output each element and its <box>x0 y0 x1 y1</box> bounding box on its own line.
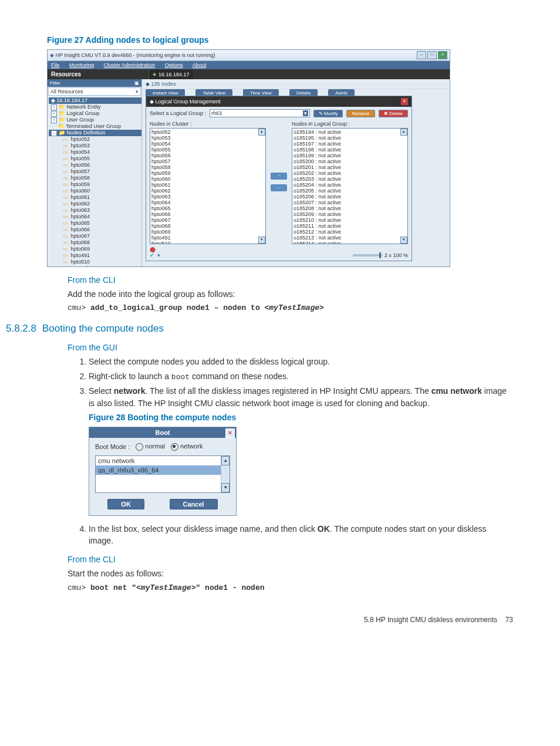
tree-user-group[interactable]: +📁 User Group <box>49 117 141 123</box>
list-item[interactable]: o185200 : not active <box>294 158 406 164</box>
tree-root[interactable]: ◆ 16.16.184.17 <box>49 97 141 104</box>
tree-node[interactable]: ▭ hpto058 <box>49 175 141 181</box>
tree-node[interactable]: ▭ moonshot <box>49 265 141 266</box>
tree-node[interactable]: ▭ hpto064 <box>49 214 141 220</box>
list-item[interactable]: o185206 : not active <box>294 194 406 200</box>
tree-node[interactable]: ▭ hpto060 <box>49 188 141 194</box>
list-item[interactable]: hpto061 <box>151 182 264 188</box>
delete-button[interactable]: ✖ Delete <box>379 110 408 117</box>
list-item[interactable]: o185214 : not active <box>294 241 406 244</box>
list-item[interactable]: hpto059 <box>151 170 264 176</box>
list-item[interactable]: hpto063 <box>151 194 264 200</box>
list-item[interactable]: o185208 : not active <box>294 205 406 211</box>
tree-node[interactable]: ▭ hpto057 <box>49 168 141 175</box>
lgm-group-dropdown[interactable]: rh63▾ <box>210 109 310 117</box>
tag-icon[interactable]: ▾ <box>157 252 160 258</box>
lgm-footer-icons[interactable]: ⬤ ✔ ▾ <box>150 247 161 258</box>
list-item[interactable]: o185211 : not active <box>294 223 406 229</box>
list-item[interactable]: o185205 : not active <box>294 188 406 194</box>
ok-button[interactable]: OK <box>107 499 144 509</box>
scroll-up-icon[interactable]: ▴ <box>400 129 407 136</box>
list-item[interactable]: hpto065 <box>151 205 264 211</box>
list-item[interactable]: hpto060 <box>151 176 264 182</box>
list-item[interactable]: hpto069 <box>151 229 264 235</box>
list-item[interactable]: hpto067 <box>151 217 264 223</box>
list-item[interactable]: o185204 : not active <box>294 182 406 188</box>
tree-node[interactable]: ▭ hpto069 <box>49 246 141 252</box>
tree-nodes-definition[interactable]: –📁 Nodes Definition <box>49 130 141 136</box>
boot-image-list[interactable]: cmu network qa_dl_rh6u3_x86_64 ▴ ▾ <box>95 455 230 493</box>
radio-icon[interactable] <box>136 443 143 451</box>
minimize-icon[interactable]: – <box>417 51 426 59</box>
list-item[interactable]: qa_dl_rh6u3_x86_64 <box>96 465 230 475</box>
nodes-in-group-list[interactable]: ▴ o185194 : not activeo185195 : not acti… <box>292 128 408 244</box>
dropdown-icon[interactable]: ▾ <box>303 110 308 116</box>
boot-mode-network[interactable]: network <box>171 443 203 451</box>
tree-node[interactable]: ▭ hpto491 <box>49 252 141 259</box>
list-item[interactable]: hpto066 <box>151 211 264 217</box>
list-item[interactable]: o185201 : not active <box>294 164 406 170</box>
tree-node[interactable]: ▭ hpto056 <box>49 162 141 168</box>
tree-node[interactable]: ▭ hpto054 <box>49 149 141 156</box>
list-item[interactable]: hpto057 <box>151 158 264 164</box>
scroll-down-icon[interactable]: ▾ <box>258 237 265 244</box>
close-icon[interactable]: × <box>438 51 447 59</box>
rename-button[interactable]: Rename <box>346 110 375 117</box>
menu-about[interactable]: About <box>193 62 207 68</box>
list-item[interactable]: cmu network <box>96 456 230 465</box>
zoom-control[interactable]: 2 x 100 % <box>353 252 408 258</box>
list-item[interactable]: hpto056 <box>151 153 264 158</box>
scroll-down-icon[interactable]: ▾ <box>221 483 230 492</box>
cancel-button[interactable]: Cancel <box>170 499 218 509</box>
tree-node-list[interactable]: ▭ hpto052▭ hpto053▭ hpto054▭ hpto055▭ hp… <box>49 136 141 266</box>
window-controls[interactable]: –□× <box>416 51 447 59</box>
list-item[interactable]: o185202 : not active <box>294 170 406 176</box>
move-left-button[interactable]: ← <box>271 184 287 191</box>
scrollbar[interactable]: ▴ ▾ <box>221 456 230 492</box>
tree-node[interactable]: ▭ hpto510 <box>49 259 141 265</box>
menu-cluster-admin[interactable]: Cluster Administration <box>104 62 156 68</box>
tree-node[interactable]: ▭ hpto062 <box>49 201 141 207</box>
list-item[interactable]: o185194 : not active <box>294 129 406 135</box>
list-item[interactable]: hpto058 <box>151 164 264 170</box>
boot-mode-normal[interactable]: normal <box>136 443 165 451</box>
list-item[interactable]: o185212 : not active <box>294 229 406 235</box>
list-item[interactable]: hpto491 <box>151 235 264 241</box>
collapse-icon[interactable]: ▣ <box>134 80 139 86</box>
radio-icon[interactable] <box>171 443 178 451</box>
tree-node[interactable]: ▭ hpto067 <box>49 233 141 239</box>
list-item[interactable]: hpto510 <box>151 241 264 244</box>
filter-bar[interactable]: Filter▣ <box>48 79 141 87</box>
nodes-in-cluster-list[interactable]: ▴ hpto052hpto053hpto054hpto055hpto056hpt… <box>150 128 266 244</box>
ok-icon[interactable]: ✔ <box>150 252 154 258</box>
scroll-up-icon[interactable]: ▴ <box>221 456 230 465</box>
dropdown-icon[interactable]: ▾ <box>136 89 139 94</box>
list-item[interactable]: o185207 : not active <box>294 200 406 205</box>
tree-node[interactable]: ▭ hpto061 <box>49 194 141 201</box>
list-item[interactable]: hpto055 <box>151 147 264 153</box>
tree-node[interactable]: ▭ hpto063 <box>49 207 141 214</box>
tree-node[interactable]: ▭ hpto053 <box>49 143 141 149</box>
list-item[interactable]: hpto054 <box>151 141 264 147</box>
menubar[interactable]: File Monitoring Cluster Administration O… <box>48 61 450 69</box>
menu-monitoring[interactable]: Monitoring <box>69 62 94 68</box>
list-item[interactable]: o185203 : not active <box>294 176 406 182</box>
list-item[interactable]: o185199 : not active <box>294 153 406 158</box>
list-item[interactable]: o185210 : not active <box>294 217 406 223</box>
tree-node[interactable]: ▭ hpto068 <box>49 239 141 246</box>
list-item[interactable]: hpto052 <box>151 129 264 135</box>
menu-file[interactable]: File <box>51 62 60 68</box>
delete-icon[interactable]: ⬤ <box>150 247 156 252</box>
list-item[interactable]: hpto068 <box>151 223 264 229</box>
zoom-slider[interactable] <box>353 254 382 256</box>
maximize-icon[interactable]: □ <box>427 51 437 59</box>
tree-terminated-user-group[interactable]: 📁 Terminated User Group <box>49 123 141 130</box>
tree-node[interactable]: ▭ hpto065 <box>49 220 141 227</box>
tree-node[interactable]: ▭ hpto059 <box>49 181 141 188</box>
list-item[interactable]: o185197 : not active <box>294 141 406 147</box>
tree-node[interactable]: ▭ hpto055 <box>49 156 141 162</box>
list-item[interactable]: o185213 : not active <box>294 235 406 241</box>
list-item[interactable]: o185195 : not active <box>294 135 406 141</box>
all-resources[interactable]: All Resources▾ <box>48 87 141 96</box>
list-item[interactable]: hpto053 <box>151 135 264 141</box>
